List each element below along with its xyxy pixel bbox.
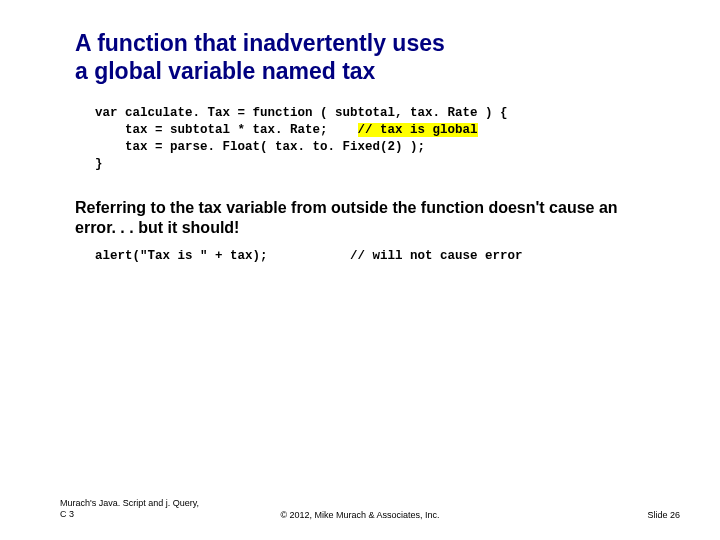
code1-line4: } bbox=[95, 157, 103, 171]
footer: Murach's Java. Script and j. Query, C 3 … bbox=[0, 496, 720, 520]
footer-left-line1: Murach's Java. Script and j. Query, bbox=[60, 498, 199, 508]
title-line-2: a global variable named tax bbox=[75, 58, 375, 84]
subheading: Referring to the tax variable from outsi… bbox=[75, 198, 635, 238]
code2-line1: alert("Tax is " + tax); // will not caus… bbox=[95, 249, 523, 263]
slide: A function that inadvertently uses a glo… bbox=[0, 0, 720, 540]
footer-center: © 2012, Mike Murach & Associates, Inc. bbox=[0, 510, 720, 520]
code-block-alert: alert("Tax is " + tax); // will not caus… bbox=[95, 248, 523, 265]
code-block-function: var calculate. Tax = function ( subtotal… bbox=[95, 105, 508, 173]
footer-right: Slide 26 bbox=[647, 510, 680, 520]
title-line-1: A function that inadvertently uses bbox=[75, 30, 445, 56]
code1-line2-highlight: // tax is global bbox=[358, 123, 478, 137]
slide-title: A function that inadvertently uses a glo… bbox=[75, 30, 635, 85]
code1-line3: tax = parse. Float( tax. to. Fixed(2) ); bbox=[95, 140, 425, 154]
code1-line2a: tax = subtotal * tax. Rate; bbox=[95, 123, 358, 137]
code1-line1: var calculate. Tax = function ( subtotal… bbox=[95, 106, 508, 120]
